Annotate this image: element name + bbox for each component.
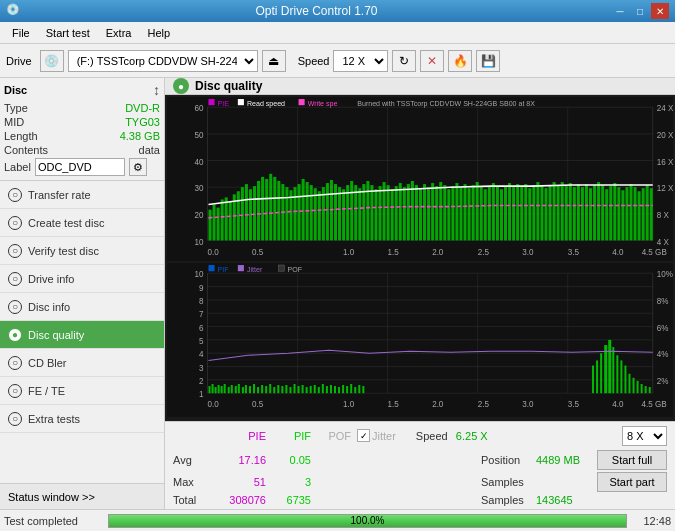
svg-rect-52 [366,181,369,240]
svg-rect-215 [612,347,614,393]
speed-select[interactable]: 12 X [333,50,388,72]
svg-rect-42 [326,183,329,240]
svg-text:6: 6 [199,324,204,333]
svg-text:12 X: 12 X [657,184,673,193]
start-full-button[interactable]: Start full [597,450,667,470]
pie-chart: 60 50 40 30 20 10 24 X 20 X 16 X 12 X 8 … [167,97,673,261]
svg-rect-24 [253,186,256,240]
sidebar-item-disc-quality[interactable]: ● Disc quality [0,321,164,349]
svg-rect-122 [650,188,653,240]
menu-file[interactable]: File [4,25,38,41]
speed-stat-label: Speed [416,430,456,442]
svg-rect-204 [342,385,344,393]
svg-rect-244 [278,265,284,271]
svg-rect-200 [326,386,328,393]
svg-text:1.0: 1.0 [343,248,355,257]
eject-button[interactable]: ⏏ [262,50,286,72]
label-input[interactable] [35,158,125,176]
sidebar-item-disc-info[interactable]: ○ Disc info [0,293,164,321]
create-test-disc-icon: ○ [8,216,22,230]
burn-button[interactable]: 🔥 [448,50,472,72]
title-bar-text: Opti Drive Control 1.70 [22,4,611,18]
start-part-button[interactable]: Start part [597,472,667,492]
svg-rect-170 [212,384,214,393]
svg-text:4.0: 4.0 [612,248,624,257]
svg-text:4.5 GB: 4.5 GB [642,399,667,408]
menu-start-test[interactable]: Start test [38,25,98,41]
avg-pie: 17.16 [211,454,266,466]
sidebar-item-fe-te[interactable]: ○ FE / TE [0,377,164,405]
progress-text: 100.0% [109,515,626,527]
disc-row-type: Type DVD-R [4,102,160,114]
svg-rect-88 [512,187,515,240]
total-pie: 308076 [211,494,266,506]
svg-rect-58 [391,189,394,240]
sidebar-item-drive-info[interactable]: ○ Drive info [0,265,164,293]
svg-text:2.0: 2.0 [432,248,444,257]
avg-position: 4489 MB [536,454,580,466]
svg-rect-82 [488,186,491,240]
svg-rect-27 [265,179,268,240]
svg-text:30: 30 [194,184,203,193]
extra-tests-icon: ○ [8,412,22,426]
svg-rect-86 [504,186,507,240]
svg-rect-104 [577,184,580,240]
svg-text:0.5: 0.5 [252,248,264,257]
svg-rect-222 [641,384,643,393]
svg-rect-212 [600,353,602,393]
jitter-checkbox[interactable]: ✓ [357,429,370,442]
sidebar-item-cd-bler[interactable]: ○ CD Bler [0,349,164,377]
svg-rect-28 [269,174,272,241]
disc-arrow[interactable]: ↕ [153,82,160,98]
svg-rect-73 [451,186,454,240]
sidebar-item-extra-tests[interactable]: ○ Extra tests [0,405,164,433]
svg-rect-224 [649,387,651,393]
svg-rect-54 [374,189,377,240]
status-window-button[interactable]: Status window >> [0,483,164,509]
svg-rect-219 [628,374,630,393]
drive-select[interactable]: (F:) TSSTcorp CDDVDW SH-224GB SB00 [68,50,258,72]
minimize-button[interactable]: ─ [611,3,629,19]
refresh-button[interactable]: ↻ [392,50,416,72]
close-button[interactable]: ✕ [651,3,669,19]
svg-text:Write spe: Write spe [308,100,338,108]
pif-chart: 10 9 8 7 6 5 4 3 2 1 10% 8% 6% 4% 2% [167,263,673,417]
disc-quality-icon: ● [8,328,22,342]
svg-rect-109 [597,182,600,240]
svg-rect-169 [208,386,210,393]
svg-rect-44 [334,184,337,240]
menu-extra[interactable]: Extra [98,25,140,41]
main-layout: Disc ↕ Type DVD-R MID TYG03 Length 4.38 … [0,78,675,509]
stats-total-row: Total 308076 6735 Samples 143645 [173,494,667,506]
svg-rect-75 [459,187,462,240]
sidebar-item-transfer-rate[interactable]: ○ Transfer rate [0,181,164,209]
svg-rect-92 [528,188,531,240]
erase-button[interactable]: ✕ [420,50,444,72]
toolbar: Drive 💿 (F:) TSSTcorp CDDVDW SH-224GB SB… [0,44,675,78]
sidebar-item-create-test-disc[interactable]: ○ Create test disc [0,209,164,237]
svg-text:9: 9 [199,284,204,293]
svg-text:10: 10 [194,270,203,279]
svg-text:2.5: 2.5 [478,248,490,257]
label-gear-button[interactable]: ⚙ [129,158,147,176]
svg-rect-240 [208,265,214,271]
svg-rect-61 [403,187,406,240]
svg-text:50: 50 [194,131,203,140]
pif-header: PIF [266,430,311,442]
speed-label: Speed [298,55,330,67]
speed-dropdown[interactable]: 8 X [622,426,667,446]
disc-quality-header-icon: ● [173,78,189,94]
title-bar-controls: ─ □ ✕ [611,3,669,19]
svg-rect-101 [565,186,568,240]
save-button[interactable]: 💾 [476,50,500,72]
svg-text:4: 4 [199,350,204,359]
svg-rect-64 [415,185,418,240]
maximize-button[interactable]: □ [631,3,649,19]
sidebar-item-verify-test-disc[interactable]: ○ Verify test disc [0,237,164,265]
menu-help[interactable]: Help [139,25,178,41]
svg-rect-118 [634,187,637,240]
time-text: 12:48 [631,515,671,527]
svg-text:40: 40 [194,158,203,167]
total-pif: 6735 [266,494,311,506]
verify-test-disc-icon: ○ [8,244,22,258]
